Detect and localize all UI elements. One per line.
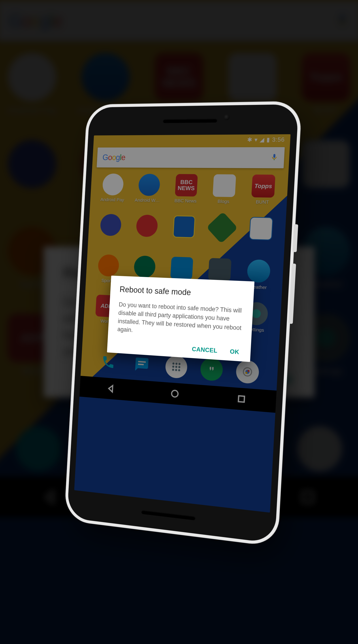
- dialog-ok-button[interactable]: OK: [230, 348, 239, 356]
- dialog-title: Reboot to safe mode: [120, 285, 244, 300]
- app-icon: Topps: [251, 174, 275, 198]
- app-icon: AMEX: [249, 217, 273, 240]
- app-label: Settings: [247, 326, 264, 333]
- device-mockup: ✱ ▾ ◢ ▮ 3:56 Google payAndroid PayAndroi…: [67, 104, 299, 544]
- front-camera: [223, 114, 230, 120]
- svg-point-6: [175, 366, 177, 368]
- dialog-cancel-button[interactable]: CANCEL: [192, 346, 218, 354]
- app-bunt[interactable]: ToppsBUNT: [242, 174, 284, 218]
- dialog-scrim[interactable]: Reboot to safe mode Do you want to reboo…: [74, 134, 291, 512]
- svg-point-14: [245, 372, 248, 374]
- hangouts-app-icon[interactable]: [200, 357, 223, 382]
- device-frame: ✱ ▾ ◢ ▮ 3:56 Google payAndroid PayAndroi…: [67, 104, 299, 544]
- nav-recents-icon[interactable]: [236, 394, 247, 404]
- app-label: Blogs: [217, 198, 230, 204]
- svg-point-9: [175, 369, 177, 371]
- svg-point-7: [178, 366, 181, 368]
- app-blogs[interactable]: Blogs: [203, 174, 244, 217]
- svg-point-10: [178, 369, 180, 372]
- mic-icon[interactable]: [270, 154, 278, 162]
- wifi-icon: ▾: [254, 136, 258, 143]
- battery-icon: ▮: [266, 136, 270, 143]
- bluetooth-icon: ✱: [247, 136, 253, 143]
- app-icon: [206, 212, 238, 244]
- app-label: BUNT: [256, 199, 269, 205]
- app-tv-movies[interactable]: TV & Movies: [199, 258, 240, 301]
- app-settings[interactable]: Settings: [235, 301, 276, 346]
- app-icon[interactable]: [197, 300, 237, 344]
- app-label: Weather: [249, 284, 267, 290]
- app-icon[interactable]: AMEX: [240, 217, 281, 260]
- svg-rect-16: [238, 396, 245, 402]
- app-weather[interactable]: Weather: [237, 259, 279, 303]
- app-label: TV & Movies: [205, 282, 232, 289]
- camera-app-icon[interactable]: [236, 360, 259, 384]
- svg-point-11: [243, 368, 252, 376]
- svg-point-12: [245, 370, 250, 374]
- svg-point-13: [247, 370, 250, 372]
- bottom-speaker: [141, 510, 196, 520]
- status-time: 3:56: [272, 136, 285, 143]
- svg-point-4: [178, 363, 181, 365]
- safe-mode-dialog: Reboot to safe mode Do you want to reboo…: [107, 276, 254, 362]
- cell-signal-icon: ◢: [259, 136, 264, 143]
- app-icon[interactable]: [201, 216, 242, 259]
- dialog-actions: CANCEL OK: [116, 341, 241, 356]
- dialog-body: Do you want to reboot into safe mode? Th…: [117, 300, 243, 341]
- device-screen: ✱ ▾ ◢ ▮ 3:56 Google payAndroid PayAndroi…: [74, 134, 291, 512]
- home-screen: ✱ ▾ ◢ ▮ 3:56 Google payAndroid PayAndroi…: [74, 134, 291, 512]
- app-icon: [247, 259, 270, 283]
- app-icon: [213, 174, 236, 197]
- app-icon: [244, 302, 268, 326]
- earpiece-speaker: [163, 118, 217, 123]
- app-icon: [208, 258, 232, 282]
